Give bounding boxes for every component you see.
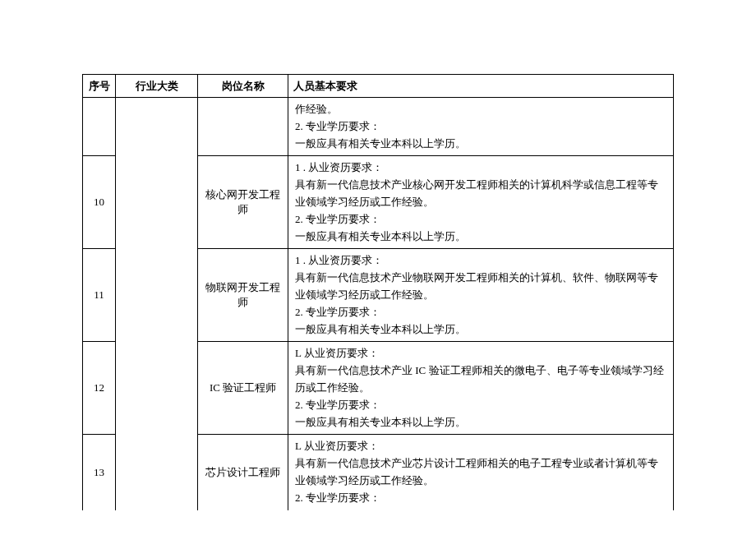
cell-seq (83, 98, 116, 156)
cell-position: 芯片设计工程师 (198, 435, 288, 510)
table-header-row: 序号 行业大类 岗位名称 人员基本要求 (83, 75, 674, 98)
cell-requirement: 作经验。2. 专业学历要求：一般应具有相关专业本科以上学历。 (288, 98, 674, 156)
cell-position: 核心网开发工程师 (198, 156, 288, 249)
cell-position (198, 98, 288, 156)
cell-seq: 13 (83, 435, 116, 510)
cell-position: IC 验证工程师 (198, 342, 288, 435)
cell-seq: 12 (83, 342, 116, 435)
cell-seq: 10 (83, 156, 116, 249)
cell-category-merged (116, 98, 198, 510)
header-category: 行业大类 (116, 75, 198, 98)
header-seq: 序号 (83, 75, 116, 98)
cell-position: 物联网开发工程师 (198, 249, 288, 342)
cell-seq: 11 (83, 249, 116, 342)
cell-requirement: L 从业资历要求：具有新一代信息技术产业芯片设计工程师相关的电子工程专业或者计算… (288, 435, 674, 510)
header-position: 岗位名称 (198, 75, 288, 98)
cell-requirement: 1 . 从业资历要求：具有新一代信息技术产业核心网开发工程师相关的计算机科学或信… (288, 156, 674, 249)
cell-requirement: L 从业资历要求：具有新一代信息技术产业 IC 验证工程师相关的微电子、电子等专… (288, 342, 674, 435)
header-requirement: 人员基本要求 (288, 75, 674, 98)
requirements-table: 序号 行业大类 岗位名称 人员基本要求 作经验。2. 专业学历要求：一般应具有相… (82, 74, 674, 510)
cell-requirement: 1 . 从业资历要求：具有新一代信息技术产业物联网开发工程师相关的计算机、软件、… (288, 249, 674, 342)
table-row: 作经验。2. 专业学历要求：一般应具有相关专业本科以上学历。 (83, 98, 674, 156)
